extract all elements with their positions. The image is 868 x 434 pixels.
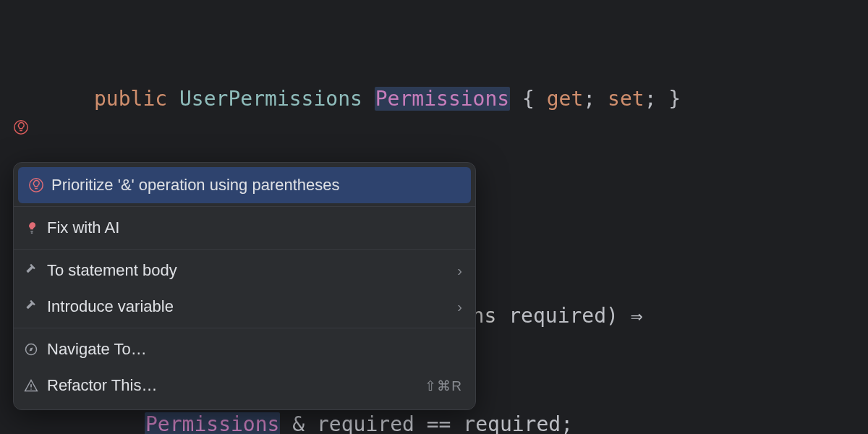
chevron-right-icon: › <box>457 299 462 315</box>
action-label: Refactor This… <box>47 376 425 395</box>
code-editor[interactable]: public UserPermissions Permissions { get… <box>0 0 868 434</box>
action-label: Navigate To… <box>47 340 462 359</box>
lightbulb-icon <box>13 119 29 135</box>
operator-amp: & <box>292 412 305 434</box>
svg-rect-3 <box>31 232 33 233</box>
intention-bulb-icon[interactable] <box>13 119 29 135</box>
code-line[interactable]: Permissions & required == required; <box>94 407 831 434</box>
identifier-required: required <box>317 412 414 434</box>
menu-separator <box>14 206 475 207</box>
action-refactor-this[interactable]: Refactor This… ⇧⌘R <box>14 367 475 404</box>
param-name: required <box>509 304 606 328</box>
action-prioritize-parentheses[interactable]: Prioritize '&' operation using parenthes… <box>18 167 471 203</box>
property-name: Permissions <box>375 87 510 111</box>
menu-separator <box>14 328 475 328</box>
action-label: To statement body <box>47 261 457 280</box>
action-label: Fix with AI <box>47 218 462 237</box>
identifier-required: required <box>463 412 561 434</box>
warning-triangle-icon <box>24 378 47 393</box>
bulb-alert-icon <box>24 220 47 236</box>
hammer-icon <box>24 299 47 314</box>
keyword-get: get <box>547 87 584 111</box>
hammer-icon <box>24 263 47 278</box>
lightbulb-icon <box>28 177 51 193</box>
action-label: Introduce variable <box>47 297 457 316</box>
operator-eq: == <box>427 412 451 434</box>
chevron-right-icon: › <box>457 263 462 279</box>
intention-actions-popup[interactable]: Prioritize '&' operation using parenthes… <box>13 162 476 410</box>
action-label: Prioritize '&' operation using parenthes… <box>51 176 458 195</box>
arrow-token: ⇒ <box>631 304 643 328</box>
keyboard-shortcut: ⇧⌘R <box>425 378 462 394</box>
compass-icon <box>24 342 47 357</box>
action-navigate-to[interactable]: Navigate To… <box>14 331 475 367</box>
menu-separator <box>14 249 475 250</box>
type-name: UserPermissions <box>179 87 362 111</box>
action-to-statement-body[interactable]: To statement body › <box>14 252 475 289</box>
code-line[interactable]: public UserPermissions Permissions { get… <box>94 81 831 117</box>
keyword-public: public <box>94 87 167 111</box>
action-fix-with-ai[interactable]: Fix with AI <box>14 210 475 246</box>
action-introduce-variable[interactable]: Introduce variable › <box>14 289 475 325</box>
identifier-permissions: Permissions <box>145 412 280 434</box>
keyword-set: set <box>608 87 644 111</box>
svg-rect-2 <box>30 231 33 231</box>
svg-point-5 <box>30 388 32 390</box>
